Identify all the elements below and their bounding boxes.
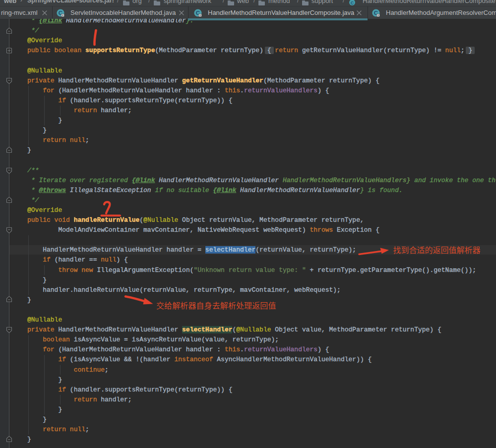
svg-text:C: C [351,0,354,5]
